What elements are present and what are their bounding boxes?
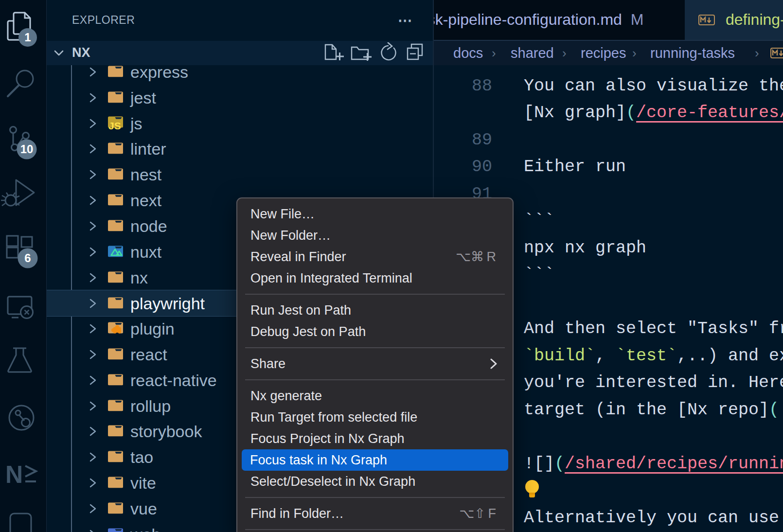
svg-text:1: 1 — [24, 31, 31, 44]
svg-text:10: 10 — [20, 142, 34, 156]
svg-text:N: N — [5, 461, 23, 488]
svg-text:6: 6 — [24, 251, 31, 265]
svg-text:JS: JS — [108, 120, 121, 129]
